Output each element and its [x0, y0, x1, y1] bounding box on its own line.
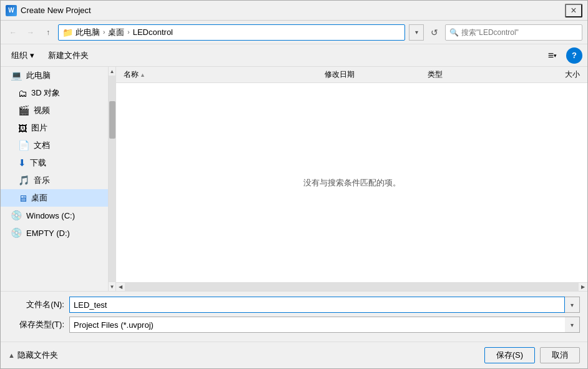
downloads-icon: ⬇	[18, 157, 26, 169]
title-bar: W Create New Project ×	[1, 1, 587, 21]
up-button[interactable]: ↑	[41, 25, 56, 40]
sidebar-item-documents[interactable]: 📄 文档	[1, 137, 108, 154]
sidebar-scrollbar[interactable]: ▲ ▼	[108, 67, 115, 291]
view-arrow-icon: ▾	[554, 52, 557, 59]
filename-input[interactable]	[69, 297, 565, 313]
sidebar-item-3d-objects[interactable]: 🗂 3D 对象	[1, 84, 108, 102]
scroll-track	[109, 76, 116, 282]
col-header-date[interactable]: 修改日期	[322, 69, 425, 80]
sidebar-outer: 💻 此电脑 🗂 3D 对象 🎬 视频 🖼 图片 📄 文档	[1, 67, 116, 291]
hide-folder-icon: ▲	[8, 352, 15, 359]
3d-objects-icon: 🗂	[18, 88, 27, 99]
filetype-select-wrap: Project Files (*.uvproj) ▾	[69, 317, 580, 333]
folder-icon: 📁	[62, 27, 73, 37]
main-content: 💻 此电脑 🗂 3D 对象 🎬 视频 🖼 图片 📄 文档	[1, 67, 587, 291]
action-bar: ▲ 隐藏文件夹 保存(S) 取消	[1, 342, 587, 368]
path-part-2: 桌面	[108, 27, 124, 38]
scroll-thumb	[109, 101, 115, 139]
filetype-label: 保存类型(T):	[8, 319, 64, 330]
music-icon: 🎵	[18, 175, 30, 186]
pictures-icon: 🖼	[18, 123, 27, 134]
view-button[interactable]: ≡ ▾	[541, 47, 564, 64]
view-icon: ≡	[548, 50, 554, 61]
filename-row: 文件名(N): ▾	[8, 297, 580, 313]
organize-button[interactable]: 组织 ▾	[6, 47, 40, 64]
filetype-row: 保存类型(T): Project Files (*.uvproj) ▾	[8, 317, 580, 333]
scroll-right-button[interactable]: ▶	[579, 283, 587, 292]
sidebar-item-windows-c[interactable]: 💿 Windows (C:)	[1, 207, 108, 224]
file-area: 名称 ▲ 修改日期 类型 大小 没有与搜索条件匹配的项。 ◀	[116, 67, 587, 291]
dialog-title: Create New Project	[21, 6, 565, 15]
hide-folder-button[interactable]: ▲ 隐藏文件夹	[8, 350, 58, 361]
h-scrollbar: ◀ ▶	[116, 282, 587, 291]
chevron-2: ›	[127, 29, 129, 36]
scroll-down-button[interactable]: ▼	[109, 282, 116, 291]
documents-icon: 📄	[18, 140, 30, 151]
col-header-name[interactable]: 名称 ▲	[121, 69, 322, 80]
sidebar-item-desktop[interactable]: 🖥 桌面	[1, 189, 108, 207]
address-path[interactable]: 📁 此电脑 › 桌面 › LEDcontrol	[58, 24, 405, 41]
sidebar-item-empty-d[interactable]: 💿 EMPTY (D:)	[1, 224, 108, 242]
search-input[interactable]	[461, 28, 578, 37]
save-button[interactable]: 保存(S)	[484, 347, 535, 363]
sidebar-item-videos[interactable]: 🎬 视频	[1, 102, 108, 119]
address-bar: ← → ↑ 📁 此电脑 › 桌面 › LEDcontrol ▾ ↺ 🔍	[1, 21, 587, 44]
sidebar-item-music[interactable]: 🎵 音乐	[1, 172, 108, 189]
sidebar-item-pictures[interactable]: 🖼 图片	[1, 119, 108, 137]
new-folder-button[interactable]: 新建文件夹	[42, 47, 94, 64]
file-list: 没有与搜索条件匹配的项。	[116, 83, 587, 282]
windows-c-icon: 💿	[11, 210, 22, 221]
forward-button[interactable]: →	[23, 25, 38, 40]
sidebar: 💻 此电脑 🗂 3D 对象 🎬 视频 🖼 图片 📄 文档	[1, 67, 108, 291]
h-scroll-track	[125, 283, 579, 292]
filename-field-wrap: ▾	[69, 297, 580, 313]
column-headers: 名称 ▲ 修改日期 类型 大小	[116, 67, 587, 83]
empty-d-icon: 💿	[11, 227, 22, 239]
search-box[interactable]: 🔍	[445, 24, 582, 41]
col-header-size[interactable]: 大小	[528, 69, 582, 80]
path-part-1: 此电脑	[76, 27, 100, 38]
hide-folder-label: 隐藏文件夹	[17, 350, 58, 361]
address-dropdown-button[interactable]: ▾	[409, 24, 424, 41]
organize-arrow-icon: ▾	[30, 51, 34, 60]
chevron-1: ›	[103, 29, 105, 36]
help-button[interactable]: ?	[566, 47, 582, 64]
refresh-button[interactable]: ↺	[426, 24, 443, 41]
cancel-button[interactable]: 取消	[540, 347, 580, 363]
path-part-3: LEDcontrol	[133, 27, 173, 37]
search-icon: 🔍	[449, 28, 459, 37]
this-pc-icon: 💻	[11, 70, 22, 81]
input-area: 文件名(N): ▾ 保存类型(T): Project Files (*.uvpr…	[1, 291, 587, 342]
close-button[interactable]: ×	[565, 4, 582, 17]
sidebar-item-downloads[interactable]: ⬇ 下载	[1, 154, 108, 172]
scroll-left-button[interactable]: ◀	[116, 283, 125, 292]
col-header-type[interactable]: 类型	[425, 69, 528, 80]
sidebar-item-this-pc[interactable]: 💻 此电脑	[1, 67, 108, 84]
desktop-icon: 🖥	[18, 193, 27, 204]
videos-icon: 🎬	[18, 105, 30, 116]
dialog-window: W Create New Project × ← → ↑ 📁 此电脑 › 桌面 …	[0, 0, 588, 369]
scroll-up-button[interactable]: ▲	[109, 67, 116, 76]
filename-label: 文件名(N):	[8, 299, 64, 310]
filename-dropdown-button[interactable]: ▾	[565, 297, 580, 313]
filetype-select[interactable]: Project Files (*.uvproj)	[69, 317, 580, 333]
empty-message: 没有与搜索条件匹配的项。	[303, 177, 401, 189]
sort-icon: ▲	[140, 72, 145, 78]
app-icon: W	[6, 5, 17, 16]
back-button[interactable]: ←	[6, 25, 21, 40]
toolbar: 组织 ▾ 新建文件夹 ≡ ▾ ?	[1, 44, 587, 67]
